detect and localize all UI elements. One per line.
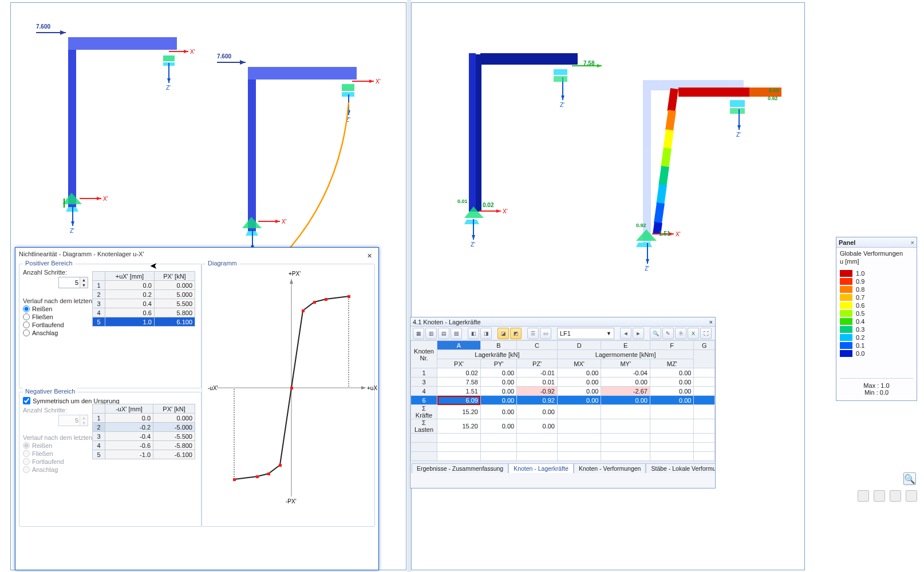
results-close-icon[interactable]: × xyxy=(709,319,713,325)
radio-fortlaufend[interactable] xyxy=(23,321,30,328)
results-table[interactable]: Knoten Nr. A B C D E F G Lagerkräfte [kN… xyxy=(410,340,715,460)
radio-anschlag[interactable] xyxy=(23,329,30,336)
color-value: 0.2 xyxy=(856,334,864,341)
prev-button[interactable]: ◄ xyxy=(620,328,631,339)
cell[interactable] xyxy=(601,419,650,434)
tb-btn-6[interactable]: ◨ xyxy=(480,328,492,339)
symmetric-checkbox[interactable] xyxy=(23,397,30,404)
cell[interactable]: 0.00 xyxy=(480,368,516,378)
val-0-01: 0.01 xyxy=(457,198,468,204)
cell[interactable]: -0.04 xyxy=(601,368,650,378)
cell[interactable]: 0.00 xyxy=(480,396,516,405)
cell[interactable]: 0.00 xyxy=(480,405,516,419)
cell[interactable]: 0.00 xyxy=(480,378,516,387)
spinner-up-icon[interactable]: ▲ xyxy=(80,277,88,283)
close-icon[interactable]: ✕ xyxy=(364,249,375,259)
panel-close-icon[interactable]: × xyxy=(911,239,914,246)
results-tab[interactable]: Knoten - Verformungen xyxy=(574,463,646,473)
tb-btn-12[interactable]: ✎ xyxy=(662,328,674,339)
svg-marker-44 xyxy=(597,64,602,67)
row-header[interactable]: Σ Lasten xyxy=(411,419,437,434)
dialog-titlebar[interactable]: Nichtlinearität - Diagramm - Knotenlager… xyxy=(15,248,378,260)
tb-btn-13[interactable]: ⎘ xyxy=(675,328,686,339)
tb-btn-5[interactable]: ◧ xyxy=(468,328,479,339)
cell[interactable]: 0.92 xyxy=(517,396,558,405)
cell[interactable] xyxy=(601,405,650,419)
tb-btn-15[interactable]: ⛶ xyxy=(700,328,712,339)
next-button[interactable]: ► xyxy=(633,328,644,339)
tb-btn-7[interactable]: ◪ xyxy=(497,328,509,339)
cell[interactable]: 1.51 xyxy=(437,387,481,396)
row-header[interactable]: 6 xyxy=(411,396,437,405)
results-tab[interactable]: Stäbe - Lokale Verformungen xyxy=(646,463,715,473)
cell[interactable] xyxy=(650,405,693,419)
positive-table[interactable]: +uX' [mm]PX' [kN] 10.00.000 20.25.000 30… xyxy=(92,271,195,327)
cell[interactable]: 0.00 xyxy=(557,378,601,387)
results-titlebar[interactable]: 4.1 Knoten - Lagerkräfte × xyxy=(410,317,715,327)
color-swatch xyxy=(840,318,852,325)
radio-reissen[interactable] xyxy=(23,305,30,312)
cell[interactable]: 0.00 xyxy=(517,405,558,419)
cell[interactable]: 0.00 xyxy=(480,419,516,434)
panel-icon-3[interactable] xyxy=(890,490,901,502)
spinner-down-icon[interactable]: ▼ xyxy=(80,283,88,288)
cell[interactable]: -2.67 xyxy=(601,387,650,396)
val-1-51: 1.51 xyxy=(659,231,670,237)
cell[interactable]: 7.58 xyxy=(437,378,481,387)
cell[interactable]: -0.92 xyxy=(517,387,558,396)
results-tab[interactable]: Knoten - Lagerkräfte xyxy=(508,463,574,473)
row-header[interactable]: 4 xyxy=(411,387,437,396)
tb-btn-8[interactable]: ◩ xyxy=(510,328,522,339)
col-A[interactable]: A xyxy=(437,341,481,350)
cell[interactable]: 0.00 xyxy=(480,387,516,396)
count-spinner[interactable]: ▲▼ xyxy=(58,277,88,288)
row-header[interactable]: 1 xyxy=(411,368,437,378)
tb-btn-2[interactable]: ▥ xyxy=(425,328,437,339)
cell[interactable] xyxy=(650,419,693,434)
results-tab[interactable]: Ergebnisse - Zusammenfassung xyxy=(412,463,508,473)
svg-text:X': X' xyxy=(376,78,381,85)
cell[interactable]: 0.00 xyxy=(650,396,693,405)
color-value: 0.7 xyxy=(856,294,864,301)
cell[interactable]: 0.00 xyxy=(650,378,693,387)
row-header[interactable]: 3 xyxy=(411,378,437,387)
svg-marker-16 xyxy=(71,221,74,226)
svg-marker-52 xyxy=(496,209,501,213)
cell[interactable] xyxy=(557,419,601,434)
cell[interactable]: 0.00 xyxy=(557,387,601,396)
tb-btn-excel[interactable]: X xyxy=(688,328,699,339)
tb-btn-3[interactable]: ▤ xyxy=(438,328,449,339)
magnify-button[interactable]: 🔍 xyxy=(903,472,916,485)
tb-btn-10[interactable]: ▭ xyxy=(540,328,551,339)
panel-icon-4[interactable] xyxy=(906,490,917,502)
panel-icon-1[interactable] xyxy=(858,490,869,502)
cell[interactable]: 0.00 xyxy=(517,419,558,434)
radio-fliessen[interactable] xyxy=(23,313,30,320)
row-header[interactable]: Σ Kräfte xyxy=(411,405,437,419)
panel-icon-2[interactable] xyxy=(874,490,885,502)
cell[interactable]: 0.01 xyxy=(517,378,558,387)
tb-btn-9[interactable]: ☰ xyxy=(527,328,539,339)
cell[interactable]: 0.00 xyxy=(601,396,650,405)
svg-rect-62 xyxy=(661,148,672,168)
cell[interactable]: 6.09 xyxy=(437,396,481,405)
cell[interactable]: 15.20 xyxy=(437,419,481,434)
tb-btn-1[interactable]: ▦ xyxy=(413,328,424,339)
count-input[interactable] xyxy=(59,277,80,288)
loadcase-select[interactable]: LF1▼ xyxy=(557,328,614,339)
tb-btn-4[interactable]: ▧ xyxy=(451,328,462,339)
chevron-down-icon: ▼ xyxy=(606,331,611,336)
cell[interactable]: 0.00 xyxy=(557,396,601,405)
cell[interactable]: 0.02 xyxy=(437,368,481,378)
panel-titlebar[interactable]: Panel × xyxy=(836,237,917,248)
cell[interactable] xyxy=(557,405,601,419)
cell[interactable]: -0.01 xyxy=(517,368,558,378)
cell[interactable]: 0.00 xyxy=(601,378,650,387)
group-positive: Positiver Bereich Anzahl Schritte: ▲▼ Ve… xyxy=(19,264,202,388)
cell[interactable]: 0.00 xyxy=(650,368,693,378)
svg-marker-54 xyxy=(472,235,475,240)
cell[interactable]: 0.00 xyxy=(557,368,601,378)
cell[interactable]: 15.20 xyxy=(437,405,481,419)
cell[interactable]: 0.00 xyxy=(650,387,693,396)
tb-btn-filter[interactable]: 🔍 xyxy=(650,328,661,339)
